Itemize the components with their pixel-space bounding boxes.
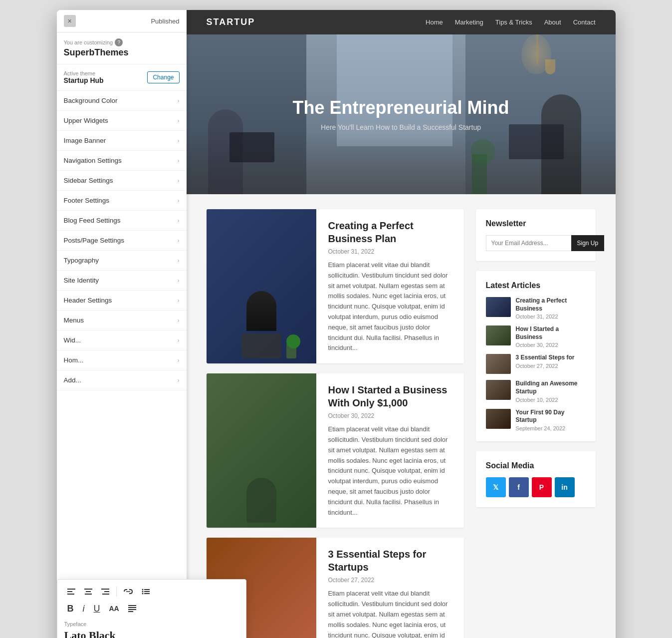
- italic-button[interactable]: i: [80, 602, 88, 616]
- list-item: Building an Awesome Startup October 10, …: [486, 380, 586, 402]
- align-left-button[interactable]: [64, 587, 78, 597]
- social-icons: 𝕏 f P in: [486, 477, 586, 497]
- chevron-right-icon: ›: [178, 197, 180, 204]
- list-item: Your First 90 Day Startup September 24, …: [486, 409, 586, 431]
- pinterest-icon[interactable]: P: [532, 477, 552, 497]
- hero-section: The Entrepreneurial Mind Here You'll Lea…: [187, 34, 616, 194]
- posts-area: Creating a Perfect Business Plan October…: [207, 209, 464, 638]
- svg-rect-15: [144, 593, 150, 594]
- article-meta: Your First 90 Day Startup September 24, …: [516, 409, 586, 431]
- list-item: 3 Essential Steps for October 27, 2022: [486, 354, 586, 374]
- post-date: October 27, 2022: [328, 577, 452, 584]
- post-content: Creating a Perfect Business Plan October…: [316, 209, 464, 363]
- svg-rect-17: [128, 607, 136, 608]
- svg-rect-13: [144, 591, 150, 592]
- browser-window: × Published You are customizing ? Superb…: [57, 10, 616, 638]
- menu-item-posts-page-settings[interactable]: Posts/Page Settings ›: [57, 231, 187, 251]
- menu-item-additional[interactable]: Add... ›: [57, 370, 187, 390]
- menu-item-widgets[interactable]: Wid... ›: [57, 330, 187, 350]
- help-icon[interactable]: ?: [115, 38, 123, 46]
- svg-rect-7: [104, 591, 109, 592]
- article-title: Creating a Perfect Business: [516, 297, 586, 313]
- chevron-right-icon: ›: [178, 217, 180, 224]
- menu-item-menus[interactable]: Menus ›: [57, 311, 187, 330]
- align-center-button[interactable]: [81, 587, 95, 597]
- site-header: STARTUP Home Marketing Tips & Tricks Abo…: [187, 10, 616, 34]
- menu-item-background-color[interactable]: Background Color ›: [57, 91, 187, 111]
- linkedin-icon[interactable]: in: [555, 477, 575, 497]
- paragraph-button[interactable]: [125, 603, 139, 614]
- svg-point-10: [142, 589, 143, 590]
- change-theme-button[interactable]: Change: [147, 71, 179, 83]
- nav-contact[interactable]: Contact: [573, 18, 596, 26]
- post-title: 3 Essential Steps for Startups: [328, 548, 452, 574]
- svg-rect-0: [67, 589, 75, 590]
- post-content: 3 Essential Steps for Startups October 2…: [316, 538, 464, 638]
- newsletter-form: Sign Up: [486, 235, 586, 251]
- menu-item-image-banner[interactable]: Image Banner ›: [57, 131, 187, 151]
- bold-button[interactable]: B: [64, 602, 77, 616]
- chevron-right-icon: ›: [178, 97, 180, 104]
- post-content: How I Started a Business With Only $1,00…: [316, 373, 464, 528]
- facebook-icon[interactable]: f: [509, 477, 529, 497]
- menu-item-homepage[interactable]: Hom... ›: [57, 350, 187, 370]
- nav-about[interactable]: About: [544, 18, 561, 26]
- menu-item-navigation-settings[interactable]: Navigation Settings ›: [57, 151, 187, 171]
- text-size-button[interactable]: AA: [106, 603, 122, 615]
- link-button[interactable]: [121, 587, 136, 596]
- published-badge: Published: [151, 17, 179, 25]
- customizer-info: You are customizing ? SuperbThemes: [57, 32, 187, 64]
- hero-title: The Entrepreneurial Mind: [292, 97, 509, 118]
- nav-marketing[interactable]: Marketing: [455, 18, 483, 26]
- svg-rect-1: [67, 591, 72, 592]
- align-right-button[interactable]: [98, 587, 112, 597]
- menu-item-upper-widgets[interactable]: Upper Widgets ›: [57, 111, 187, 131]
- svg-rect-16: [128, 605, 136, 606]
- theme-name: Startup Hub: [64, 76, 104, 84]
- customizer-panel: × Published You are customizing ? Superb…: [57, 10, 187, 638]
- nav-tips-tricks[interactable]: Tips & Tricks: [495, 18, 532, 26]
- post-title: Creating a Perfect Business Plan: [328, 219, 452, 245]
- menu-item-blog-feed-settings[interactable]: Blog Feed Settings ›: [57, 211, 187, 231]
- article-meta: Building an Awesome Startup October 10, …: [516, 380, 586, 402]
- article-date: October 27, 2022: [516, 363, 575, 369]
- underline-button[interactable]: U: [91, 602, 103, 616]
- list-item: How I Started a Business October 30, 202…: [486, 325, 586, 348]
- menu-item-footer-settings[interactable]: Footer Settings ›: [57, 191, 187, 211]
- post-thumbnail: [207, 373, 316, 528]
- customizer-header: × Published: [57, 10, 187, 32]
- menu-item-header-settings[interactable]: Header Settings ›: [57, 291, 187, 311]
- website-preview: STARTUP Home Marketing Tips & Tricks Abo…: [187, 10, 616, 638]
- nav-home[interactable]: Home: [426, 18, 443, 26]
- email-input[interactable]: [486, 235, 571, 251]
- article-thumbnail: [486, 380, 511, 400]
- chevron-right-icon: ›: [178, 177, 180, 184]
- article-date: September 24, 2022: [516, 425, 586, 431]
- social-media-title: Social Media: [486, 461, 586, 470]
- chevron-right-icon: ›: [178, 377, 180, 384]
- latest-articles-widget: Latest Articles Creating a Perfect Busin…: [476, 271, 596, 441]
- menu-item-sidebar-settings[interactable]: Sidebar Settings ›: [57, 171, 187, 191]
- article-meta: How I Started a Business October 30, 202…: [516, 325, 586, 348]
- menu-item-site-identity[interactable]: Site Identity ›: [57, 271, 187, 291]
- post-date: October 31, 2022: [328, 248, 452, 255]
- article-date: October 31, 2022: [516, 314, 586, 319]
- social-media-widget: Social Media 𝕏 f P in: [476, 451, 596, 507]
- article-list: Creating a Perfect Business October 31, …: [486, 297, 586, 431]
- chevron-right-icon: ›: [178, 317, 180, 324]
- twitter-icon[interactable]: 𝕏: [486, 477, 506, 497]
- article-thumbnail: [486, 325, 511, 345]
- menu-item-typography[interactable]: Typography ›: [57, 251, 187, 271]
- signup-button[interactable]: Sign Up: [571, 235, 605, 251]
- post-thumbnail: [207, 209, 316, 363]
- post-excerpt: Etiam placerat velit vitae dui blandit s…: [328, 589, 452, 638]
- article-title: 3 Essential Steps for: [516, 354, 575, 362]
- chevron-right-icon: ›: [178, 277, 180, 284]
- active-theme-section: Active theme Startup Hub Change: [57, 64, 187, 91]
- close-button[interactable]: ×: [64, 15, 76, 27]
- text-align-toolbar: [64, 587, 239, 597]
- list-button[interactable]: [139, 587, 153, 597]
- newsletter-title: Newsletter: [486, 219, 586, 228]
- post-card: Creating a Perfect Business Plan October…: [207, 209, 464, 363]
- article-title: Building an Awesome Startup: [516, 380, 586, 395]
